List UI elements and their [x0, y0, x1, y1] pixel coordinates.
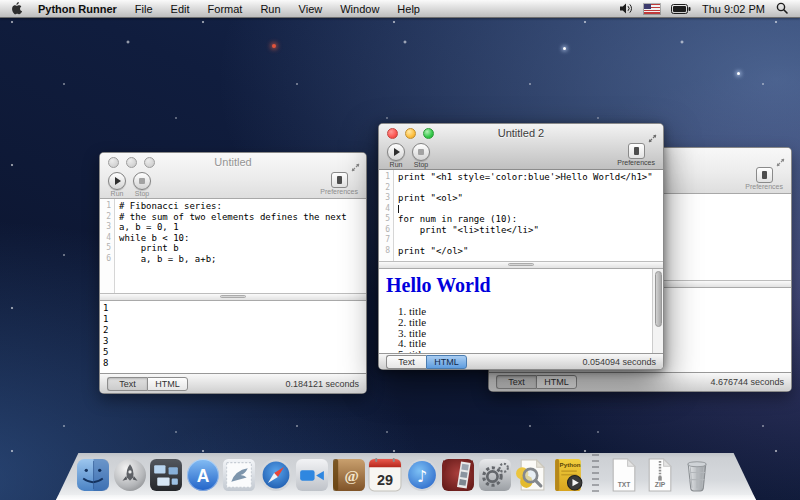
tab-html[interactable]: HTML: [426, 355, 467, 369]
tab-text[interactable]: Text: [496, 375, 536, 389]
output-mode-tabs: Text HTML: [107, 377, 188, 391]
minimize-button[interactable]: [405, 128, 416, 139]
spotlight-icon[interactable]: [776, 0, 788, 18]
close-button[interactable]: [387, 128, 398, 139]
dock-icons: A @ 29 ♪ Python: [76, 454, 714, 492]
zoom-button[interactable]: [144, 157, 155, 168]
input-language-flag-icon[interactable]: [644, 4, 660, 14]
preferences-label: Preferences: [745, 183, 783, 190]
minimize-button[interactable]: [126, 157, 137, 168]
splitter-grip-icon: [508, 263, 534, 266]
stop-button[interactable]: Stop: [133, 172, 151, 197]
dock-separator: [592, 454, 599, 492]
runtime-status: 0.054094 seconds: [582, 357, 656, 367]
menu-format[interactable]: Format: [199, 3, 252, 15]
output-pane[interactable]: 11 23 58: [100, 301, 366, 373]
dock-icon-python-runner[interactable]: Python: [551, 458, 585, 492]
toolbar: Run Stop Preferences: [100, 171, 366, 198]
menu-help[interactable]: Help: [388, 3, 429, 15]
window-untitled[interactable]: Untitled Run Stop Preferences 12 34 56: [99, 152, 367, 394]
menu-app-name[interactable]: Python Runner: [29, 3, 126, 15]
code-editor[interactable]: 12 34 56 78 print "<h1 style='color:blue…: [379, 170, 663, 261]
svg-text:Python: Python: [559, 461, 580, 468]
dock-icon-mail[interactable]: [222, 458, 256, 492]
dock-icon-zip-file[interactable]: ZIP: [643, 458, 677, 492]
window-header: Untitled Run Stop Preferences: [100, 153, 366, 199]
menu-bar-status: Thu 9:02 PM: [620, 0, 800, 18]
svg-text:TXT: TXT: [617, 481, 631, 488]
preferences-button[interactable]: Preferences: [745, 167, 783, 190]
toolbar: Run Stop Preferences: [379, 142, 663, 169]
menu-view[interactable]: View: [290, 3, 332, 15]
pane-splitter[interactable]: [379, 261, 663, 269]
dock-icon-facetime[interactable]: [295, 458, 329, 492]
run-label: Run: [111, 190, 124, 197]
dock-icon-app-store[interactable]: A: [186, 458, 220, 492]
output-mode-tabs: Text HTML: [386, 355, 467, 369]
list-item: title: [409, 306, 663, 317]
pane-splitter[interactable]: [100, 293, 366, 301]
dock-icon-itunes[interactable]: ♪: [405, 458, 439, 492]
window-untitled-2[interactable]: Untitled 2 Run Stop Preferences 12 34 56: [378, 123, 664, 370]
tab-html[interactable]: HTML: [147, 377, 188, 391]
stop-label: Stop: [135, 190, 149, 197]
menu-window[interactable]: Window: [331, 3, 388, 15]
bright-star: [737, 72, 740, 75]
menu-bar: Python Runner File Edit Format Run View …: [0, 0, 800, 18]
preferences-icon: [628, 143, 645, 159]
svg-text:A: A: [196, 466, 209, 486]
line-number-gutter: 12 34 56 78: [379, 170, 394, 261]
menu-clock[interactable]: Thu 9:02 PM: [702, 3, 765, 15]
code-lines: # Fibonacci series:# the sum of two elem…: [115, 199, 366, 293]
dock-icon-trash[interactable]: [680, 458, 714, 492]
output-pane[interactable]: Hello World title title title title titl…: [379, 269, 663, 353]
dock-icon-contacts[interactable]: @: [332, 458, 366, 492]
line-number-gutter: 12 34 56: [100, 199, 115, 293]
tab-text[interactable]: Text: [107, 377, 147, 391]
run-button[interactable]: Run: [108, 172, 126, 197]
volume-icon[interactable]: [620, 0, 633, 18]
apple-menu-icon[interactable]: [11, 2, 22, 15]
splitter-grip-icon: [220, 295, 246, 298]
dock-icon-txt-file[interactable]: TXT: [607, 458, 641, 492]
play-icon: [387, 143, 405, 161]
tab-text[interactable]: Text: [386, 355, 426, 369]
stop-button[interactable]: Stop: [412, 143, 430, 168]
list-item: title: [409, 338, 663, 349]
title-bar[interactable]: Untitled 2: [379, 124, 663, 142]
code-editor[interactable]: 12 34 56 # Fibonacci series:# the sum of…: [100, 199, 366, 293]
runtime-status: 4.676744 seconds: [710, 377, 784, 387]
preferences-button[interactable]: Preferences: [320, 172, 358, 195]
svg-text:♪: ♪: [416, 467, 427, 486]
dock-icon-launchpad[interactable]: [113, 458, 147, 492]
stop-label: Stop: [414, 161, 428, 168]
dock-icon-system-preferences[interactable]: [478, 458, 512, 492]
preferences-button[interactable]: Preferences: [617, 143, 655, 166]
close-button[interactable]: [108, 157, 119, 168]
dock-icon-mission-control[interactable]: [149, 458, 183, 492]
dock-icon-photo-booth[interactable]: [441, 458, 475, 492]
stop-icon: [133, 172, 151, 190]
scrollbar-thumb[interactable]: [655, 271, 662, 327]
preferences-icon: [331, 172, 348, 188]
output-list: title title title title title title: [379, 306, 663, 353]
dock-icon-safari[interactable]: [259, 458, 293, 492]
scrollbar-track[interactable]: [652, 269, 663, 353]
bottom-bar: Text HTML 4.676744 seconds: [489, 372, 791, 391]
red-star: [272, 44, 276, 48]
title-bar[interactable]: Untitled: [100, 153, 366, 171]
dock-icon-find-app[interactable]: [514, 458, 548, 492]
dock-icon-finder[interactable]: [76, 458, 110, 492]
run-button[interactable]: Run: [387, 143, 405, 168]
menu-file[interactable]: File: [126, 3, 162, 15]
battery-icon[interactable]: [671, 0, 691, 18]
dock: A @ 29 ♪ Python: [0, 446, 800, 500]
tab-html[interactable]: HTML: [536, 375, 577, 389]
window-header: Untitled 2 Run Stop Preferences: [379, 124, 663, 170]
dock-icon-ical[interactable]: 29: [368, 458, 402, 492]
menu-run[interactable]: Run: [251, 3, 289, 15]
svg-text:ZIP: ZIP: [655, 481, 666, 488]
menu-edit[interactable]: Edit: [162, 3, 199, 15]
svg-text:@: @: [344, 467, 358, 484]
zoom-button[interactable]: [423, 128, 434, 139]
